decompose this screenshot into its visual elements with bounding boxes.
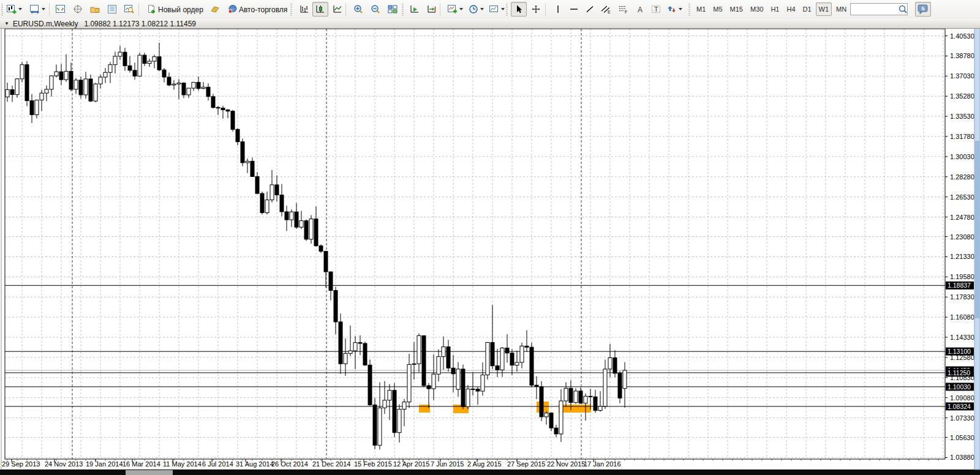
text-tool-button[interactable]: A [632,2,648,17]
fibonacci-icon: F [617,4,628,14]
bar-chart-button[interactable] [296,2,312,17]
indicators-button[interactable] [445,2,466,17]
timeframe-button-d1[interactable]: D1 [800,2,815,16]
notification-count: 5 [922,6,925,12]
candle-body [10,89,14,94]
toolbar-grip[interactable] [290,4,292,15]
new-chart-button[interactable] [4,2,24,17]
toolbar-grip[interactable] [688,4,690,15]
price-tick-label: 1.14330 [950,334,974,341]
candle-body [574,391,578,403]
terminal-icon [107,4,118,14]
tile-windows-button[interactable] [385,2,401,17]
candle-body [187,88,190,95]
notifications-button[interactable]: 5 [915,2,931,17]
zoom-in-button[interactable] [350,2,366,17]
horizontal-line-tool-button[interactable] [566,2,582,17]
candle-body [113,56,117,65]
candle-body [275,185,279,195]
vertical-line-tool-button[interactable] [550,2,566,17]
market-watch-button[interactable] [53,2,69,17]
candle-body [148,61,151,64]
tile-windows-icon [387,4,398,14]
navigator-button[interactable] [87,2,103,17]
price-tick-label: 1.38780 [950,52,974,59]
search-input[interactable] [851,4,897,14]
toolbar-grip[interactable] [506,4,508,15]
line-chart-button[interactable] [330,2,345,17]
timeframe-button-mn[interactable]: MN [833,2,850,16]
chart-ohlc-values: 1.09882 1.12173 1.08212 1.11459 [84,20,196,28]
candle-body [6,89,9,97]
candle-body [378,408,382,445]
candle-body [461,369,465,406]
candle-body [505,348,509,353]
trendline-tool-button[interactable] [582,2,598,17]
date-label: 12 Apr 2015 [393,460,429,468]
profiles-button[interactable] [27,2,48,17]
price-badge-label: 1.08324 [948,403,971,410]
chart-shift-button[interactable] [424,2,440,17]
window-menu-icon[interactable]: ▼ [4,21,9,26]
candle-body [216,108,220,108]
candle-body [466,389,470,406]
new-order-button[interactable] [143,2,159,17]
candle-body [15,79,19,95]
price-tick-label: 1.33530 [950,113,974,120]
candle-body [412,364,416,364]
vertical-scrollbar[interactable] [974,20,980,469]
strategy-tester-button[interactable] [121,2,137,17]
orange-zone[interactable] [559,405,591,413]
orange-zone[interactable] [419,405,430,413]
zoom-out-button[interactable] [368,2,383,17]
horizontal-line-icon [568,4,579,14]
date-label: 7 Jun 2015 [431,460,464,468]
arrows-tool-button[interactable] [664,2,685,17]
candle-body [491,342,494,365]
data-window-button[interactable] [70,2,86,17]
toolbar-grip[interactable] [1,4,3,15]
templates-button[interactable] [486,2,507,17]
candle-body [211,97,215,108]
time-axis[interactable]: 29 Sep 201324 Nov 201319 Jan 201416 Mar … [2,459,938,468]
price-axis[interactable]: 1.405301.387801.370301.352801.335301.317… [945,32,974,462]
new-order-label[interactable]: Новый ордер [158,6,203,14]
price-tick-label: 1.05630 [950,434,974,441]
chart-shift-icon [426,4,437,14]
timeframe-button-h4[interactable]: H4 [783,2,798,16]
candle-body [456,369,460,389]
timeframe-button-m15[interactable]: M15 [727,2,746,16]
crosshair-tool-button[interactable] [528,2,544,17]
chart-canvas[interactable] [5,29,945,459]
timeframe-button-w1[interactable]: W1 [816,2,832,16]
new-order-icon [146,4,157,14]
cursor-tool-button[interactable] [511,2,527,17]
candle-body [246,161,249,162]
autotrading-label[interactable]: Авто-торговля [239,6,287,14]
auto-scroll-icon [409,4,420,14]
candlestick-chart-button[interactable] [312,2,328,17]
candle-body [344,353,347,364]
auto-scroll-button[interactable] [407,2,423,17]
periods-button[interactable] [466,2,486,17]
timeframe-button-m30[interactable]: M30 [747,2,766,16]
metaeditor-button[interactable] [207,2,223,17]
terminal-button[interactable] [104,2,120,17]
price-tick-label: 1.19580 [950,273,974,280]
candle-body [549,413,553,428]
scrollbar-thumb[interactable] [975,141,979,318]
autotrading-button[interactable] [224,2,240,17]
timeframe-button-h1[interactable]: H1 [767,2,782,16]
equidistant-channel-tool-button[interactable]: E [598,2,614,17]
timeframe-button-m5[interactable]: M5 [710,2,725,16]
text-label-tool-button[interactable]: T [648,2,664,17]
fibonacci-tool-button[interactable]: F [615,2,631,17]
candle-body [603,369,607,406]
timeframe-button-m1[interactable]: M1 [693,2,709,16]
candle-body [329,272,333,290]
toolbar-grip[interactable] [402,4,404,15]
new-chart-icon [6,4,17,14]
candle-body [559,401,563,434]
candle-body [79,80,83,95]
search-icon[interactable] [897,4,907,14]
